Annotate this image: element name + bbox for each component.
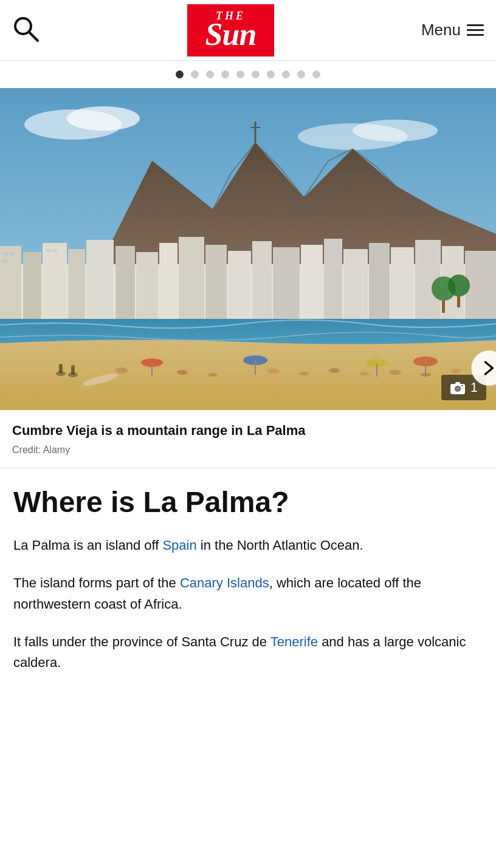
article-paragraph-3: It falls under the province of Santa Cru… xyxy=(13,632,483,673)
paragraph-2-text-before: The island forms part of the xyxy=(13,575,180,590)
site-header: THE Sun Menu xyxy=(0,0,496,61)
dot-8[interactable] xyxy=(282,70,290,78)
article-content: Where is La Palma? La Palma is an island… xyxy=(0,468,496,702)
dot-4[interactable] xyxy=(221,70,229,78)
image-caption-title: Cumbre Vieja is a mountain range in La P… xyxy=(12,422,484,440)
dot-3[interactable] xyxy=(206,70,214,78)
svg-line-1 xyxy=(29,32,38,41)
svg-rect-15 xyxy=(86,240,114,331)
svg-rect-68 xyxy=(455,382,460,384)
hero-image-container: 1 xyxy=(0,88,496,410)
dot-2[interactable] xyxy=(191,70,199,78)
camera-icon xyxy=(450,380,466,395)
menu-button[interactable]: Menu xyxy=(421,21,484,39)
hero-image xyxy=(0,88,496,410)
dot-9[interactable] xyxy=(297,70,305,78)
svg-rect-39 xyxy=(59,364,63,374)
svg-rect-23 xyxy=(273,247,300,331)
svg-rect-11 xyxy=(0,246,21,331)
svg-point-42 xyxy=(115,367,128,374)
svg-point-45 xyxy=(267,369,280,374)
article-paragraph-1: La Palma is an island off Spain in the N… xyxy=(13,535,483,556)
svg-point-47 xyxy=(329,368,340,373)
paragraph-1-text-before: La Palma is an island off xyxy=(13,538,162,553)
dot-6[interactable] xyxy=(252,70,260,78)
article-heading: Where is La Palma? xyxy=(13,487,483,519)
dot-5[interactable] xyxy=(236,70,244,78)
svg-rect-34 xyxy=(3,259,8,263)
logo-sun-text: Sun xyxy=(205,17,257,52)
image-caption-area: Cumbre Vieja is a mountain range in La P… xyxy=(0,410,496,468)
svg-rect-69 xyxy=(461,385,463,386)
search-icon xyxy=(12,15,40,43)
svg-point-63 xyxy=(448,275,470,296)
canary-islands-link[interactable]: Canary Islands xyxy=(180,575,269,590)
dot-10[interactable] xyxy=(312,70,320,78)
image-count-number: 1 xyxy=(470,380,478,395)
svg-point-51 xyxy=(451,369,461,374)
dot-7[interactable] xyxy=(267,70,275,78)
svg-point-49 xyxy=(389,370,401,375)
svg-rect-22 xyxy=(252,241,272,331)
svg-rect-19 xyxy=(179,237,204,331)
menu-label: Menu xyxy=(421,21,461,39)
tenerife-link[interactable]: Tenerife xyxy=(270,634,318,649)
svg-rect-16 xyxy=(115,246,135,331)
svg-rect-20 xyxy=(205,245,227,331)
svg-rect-62 xyxy=(442,301,445,313)
svg-rect-35 xyxy=(46,249,50,252)
svg-rect-26 xyxy=(343,249,368,331)
image-caption-credit: Credit: Alamy xyxy=(12,445,484,456)
svg-rect-64 xyxy=(457,296,460,307)
svg-point-6 xyxy=(353,120,438,142)
svg-point-46 xyxy=(299,372,309,375)
dot-1[interactable] xyxy=(176,70,184,78)
svg-rect-25 xyxy=(324,239,342,331)
svg-rect-18 xyxy=(159,243,177,331)
svg-rect-33 xyxy=(10,252,15,256)
svg-rect-32 xyxy=(3,252,8,256)
paragraph-3-text-before: It falls under the province of Santa Cru… xyxy=(13,634,270,649)
svg-point-48 xyxy=(360,372,370,375)
svg-rect-27 xyxy=(369,243,390,331)
svg-rect-24 xyxy=(301,245,323,331)
hamburger-icon xyxy=(467,24,484,36)
svg-rect-13 xyxy=(43,243,67,331)
slideshow-dots xyxy=(0,61,496,88)
svg-point-44 xyxy=(208,373,218,377)
paragraph-1-text-after: in the North Atlantic Ocean. xyxy=(201,538,363,553)
spain-link[interactable]: Spain xyxy=(162,538,200,553)
article-paragraph-2: The island forms part of the Canary Isla… xyxy=(13,573,483,614)
search-button[interactable] xyxy=(12,15,40,46)
svg-point-4 xyxy=(67,106,140,131)
svg-rect-14 xyxy=(68,249,85,331)
site-logo[interactable]: THE Sun xyxy=(187,4,275,56)
svg-rect-28 xyxy=(391,247,414,331)
svg-point-67 xyxy=(456,387,460,391)
chevron-right-icon xyxy=(480,360,496,377)
svg-rect-36 xyxy=(52,249,57,252)
svg-point-43 xyxy=(177,370,188,375)
svg-rect-41 xyxy=(71,365,75,375)
